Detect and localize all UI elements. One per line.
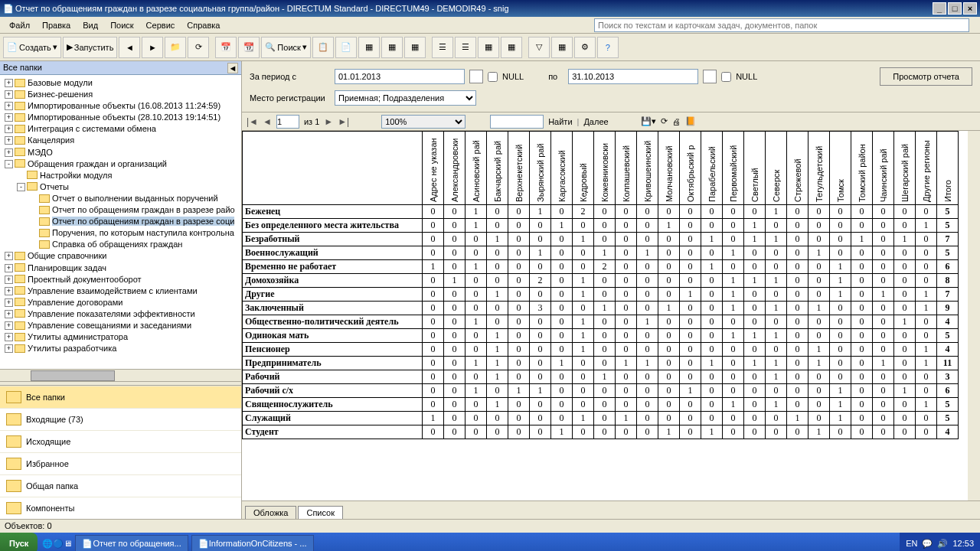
expand-icon[interactable]: + [5,102,13,110]
tree-node[interactable]: +Импортированные объекты (28.10.2013 19:… [2,111,240,122]
search-button[interactable]: 🔍Поиск▾ [261,37,310,58]
expand-icon[interactable]: - [17,183,25,191]
print-button[interactable]: 🖨 [672,117,681,126]
place-select[interactable]: Приемная; Подразделения [335,90,476,106]
maximize-button[interactable]: □ [948,2,962,15]
tree-node[interactable]: -Отчеты [2,181,240,192]
expand-icon[interactable]: + [5,321,13,330]
filter-button[interactable]: ▽ [528,37,550,58]
expand-icon[interactable]: + [5,125,13,133]
tree-node[interactable]: +Утилиты администратора [2,331,240,342]
tree-node[interactable]: Настройки модуля [2,169,240,181]
find-next-button[interactable]: Далее [583,117,608,126]
quicklaunch-desktop-icon[interactable]: 🖥 [64,539,72,548]
tree-node[interactable]: +Планировщик задач [2,262,240,273]
find-button[interactable]: Найти [548,117,572,126]
first-page-button[interactable]: |◄ [247,116,258,127]
zoom-select[interactable]: 100% [381,115,466,129]
paste-button[interactable]: 📄 [335,37,357,58]
tree-node[interactable]: +Канцелярия [2,134,240,145]
expand-icon[interactable]: + [5,298,13,307]
excel-button[interactable]: 📙 [685,116,696,126]
export-button[interactable]: 💾▾ [641,116,656,126]
expand-icon[interactable]: + [5,287,13,295]
start-button[interactable]: Пуск [0,533,38,551]
view-1[interactable]: ☰ [432,37,453,58]
up-button[interactable]: 📁 [165,37,186,58]
tray-icon[interactable]: 💬 [922,539,933,549]
tree-node[interactable]: +Бизнес-решения [2,88,240,99]
tree-node[interactable]: +Управление договорами [2,296,240,308]
tree-node[interactable]: +Базовые модули [2,77,240,88]
tray-icon[interactable]: 🔊 [937,539,948,549]
tree-node[interactable]: +Импортированные объекты (16.08.2013 11:… [2,99,240,111]
view-4[interactable]: ▦ [501,37,522,58]
expand-icon[interactable]: + [5,252,13,260]
view-report-button[interactable]: Просмотр отчета [880,67,972,86]
collapse-left-icon[interactable]: ◄ [227,63,238,73]
clock[interactable]: 12:53 [952,539,974,548]
forward-button[interactable]: ► [142,37,163,58]
tree-node[interactable]: Отчет по обращениям граждан в разрезе ра… [2,204,240,215]
date-from-input[interactable] [335,69,465,84]
null-to-check[interactable] [721,72,731,82]
expand-icon[interactable]: + [5,148,13,157]
refresh-report-button[interactable]: ⟳ [661,116,668,126]
report-vscroll[interactable] [968,131,980,500]
tree-node[interactable]: Отчет по обращениям граждан в разрезе со… [2,215,240,227]
tab-cover[interactable]: Обложка [245,506,296,519]
nav-item[interactable]: Избранное [0,452,241,474]
expand-icon[interactable]: + [5,113,13,122]
nav-item[interactable]: Входящие (73) [0,408,241,430]
expand-icon[interactable]: + [5,90,13,99]
expand-icon[interactable]: + [5,276,13,284]
search-input[interactable] [594,18,969,32]
tool-2[interactable]: ▦ [381,37,403,58]
tree-hscroll[interactable] [0,369,241,381]
tree-node[interactable]: Поручения, по которым наступила контроль… [2,227,240,238]
taskbar-item[interactable]: 📄 Отчет по обращения... [75,535,188,551]
tree-node[interactable]: +Управление совещаниями и заседаниями [2,319,240,331]
expand-icon[interactable]: + [5,79,13,87]
menu-Правка[interactable]: Правка [36,19,77,31]
lang-indicator[interactable]: EN [906,539,917,548]
calendar-button[interactable]: 📅 [215,37,237,58]
menu-Поиск[interactable]: Поиск [104,19,139,31]
settings-button[interactable]: ⚙ [574,37,596,58]
tree-node[interactable]: +Проектный документооборот [2,273,240,285]
copy-button[interactable]: 📋 [312,37,334,58]
tab-list[interactable]: Список [298,506,343,519]
expand-icon[interactable]: + [5,344,13,353]
help-button[interactable]: ? [597,37,619,58]
menu-Сервис[interactable]: Сервис [140,19,181,31]
tree-node[interactable]: +Управление показателями эффективности [2,308,240,319]
menu-Справка[interactable]: Справка [181,19,226,31]
tree-node[interactable]: +Интеграция с системами обмена [2,122,240,134]
folder-tree[interactable]: +Базовые модули+Бизнес-решения+Импортиро… [0,75,241,369]
find-input[interactable] [490,115,544,129]
expand-icon[interactable]: + [5,310,13,318]
prev-page-button[interactable]: ◄ [263,116,272,127]
tree-node[interactable]: +Общие справочники [2,249,240,261]
expand-icon[interactable]: + [5,333,13,341]
last-page-button[interactable]: ►| [338,116,349,127]
nav-item[interactable]: Компоненты [0,497,241,519]
menu-Файл[interactable]: Файл [3,19,36,31]
calendar-icon[interactable] [469,70,483,83]
tool-3[interactable]: ▦ [404,37,426,58]
tree-node[interactable]: +МЭДО [2,146,240,158]
next-page-button[interactable]: ► [324,116,333,127]
nav-item[interactable]: Исходящие [0,430,241,452]
menu-Вид[interactable]: Вид [77,19,104,31]
page-input[interactable] [276,115,299,129]
expand-icon[interactable]: + [5,264,13,272]
tree-node[interactable]: -Обращения граждан и организаций [2,158,240,169]
tree-node[interactable]: Справка об обращениях граждан [2,238,240,249]
grid-button[interactable]: ▦ [551,37,573,58]
expand-icon[interactable]: - [5,160,13,168]
quicklaunch-ie-icon[interactable]: 🌐 [42,539,53,549]
calendar-icon[interactable] [703,70,717,83]
run-button[interactable]: ▶Запустить [63,37,118,58]
date-button[interactable]: 📆 [238,37,260,58]
tool-1[interactable]: ▦ [358,37,380,58]
